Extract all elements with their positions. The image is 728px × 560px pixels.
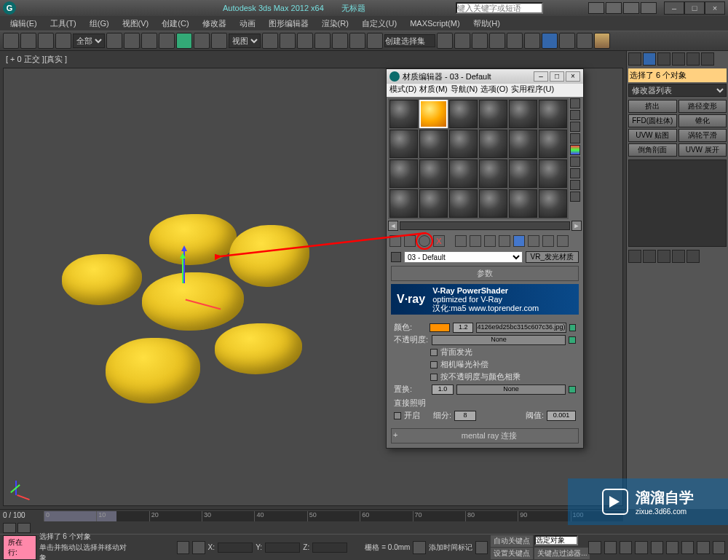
param-backemit-checkbox[interactable] <box>430 349 438 356</box>
select-by-mat-icon[interactable] <box>570 180 580 190</box>
named-selection-input[interactable] <box>384 34 435 47</box>
pick-material-icon[interactable] <box>391 252 401 262</box>
tab-hierarchy-icon[interactable] <box>657 52 670 66</box>
help-search-input[interactable] <box>456 2 543 14</box>
graphite-icon[interactable] <box>489 33 505 49</box>
material-slot[interactable] <box>479 130 507 158</box>
coord-z-input[interactable] <box>312 543 347 553</box>
modifier-uvwmap-button[interactable]: UVW 贴图 <box>628 129 677 142</box>
window-crossing-icon[interactable] <box>159 33 175 49</box>
manip-icon[interactable] <box>280 33 296 49</box>
autokey-button[interactable]: 自动关键点 <box>491 535 533 547</box>
selection-filter-dropdown[interactable]: 全部 <box>73 33 105 48</box>
time-tag-icon[interactable] <box>413 541 425 554</box>
close-button[interactable]: × <box>705 1 725 15</box>
move-icon[interactable] <box>176 33 192 49</box>
snap-toggle-icon[interactable] <box>314 33 331 49</box>
menu-tools[interactable]: 工具(T) <box>44 17 82 31</box>
put-to-scene-icon[interactable] <box>404 235 416 247</box>
material-slot[interactable] <box>449 159 478 188</box>
material-slot[interactable] <box>419 130 448 158</box>
material-slot[interactable] <box>539 159 567 188</box>
timeline-back-icon[interactable] <box>3 523 16 533</box>
play-icon[interactable] <box>620 541 632 554</box>
make-preview-icon[interactable] <box>570 157 580 167</box>
material-slot[interactable] <box>479 100 507 128</box>
backlight-icon[interactable] <box>570 110 580 120</box>
play-prev-icon[interactable] <box>604 541 617 554</box>
keymode-dropdown[interactable] <box>534 535 578 545</box>
param-color-mult-spinner[interactable]: 1.2 <box>453 323 473 333</box>
rollout-mentalray-header[interactable]: + mental ray 连接 <box>391 428 579 443</box>
material-slot[interactable] <box>479 189 507 218</box>
material-name-dropdown[interactable]: 03 - Default <box>404 251 523 263</box>
time-tag-label[interactable]: 添加时间标记 <box>429 543 472 553</box>
play-end-icon[interactable] <box>651 541 663 554</box>
viewport-label[interactable]: [ + 0 正交 ][真实 ] <box>0 51 626 68</box>
material-slot[interactable] <box>449 130 478 158</box>
signin-icon[interactable] <box>606 2 622 14</box>
get-material-icon[interactable] <box>389 235 401 247</box>
mat-map-nav-icon[interactable] <box>570 192 580 202</box>
modifier-stack[interactable] <box>628 159 727 247</box>
material-slot[interactable] <box>389 159 418 188</box>
menu-views[interactable]: 视图(V) <box>116 17 155 31</box>
remove-mod-icon[interactable] <box>672 250 685 263</box>
select-region-icon[interactable] <box>141 33 157 49</box>
material-type-button[interactable]: VR_发光材质 <box>526 251 579 263</box>
spinner-snap-icon[interactable] <box>367 33 383 49</box>
scroll-track[interactable] <box>400 221 570 230</box>
material-slot[interactable] <box>389 130 418 158</box>
script-line-button[interactable]: 所在行: <box>3 535 36 560</box>
material-slot[interactable] <box>419 189 448 218</box>
infocenter-icon[interactable] <box>588 2 604 14</box>
maximize-button[interactable]: □ <box>684 1 705 15</box>
param-displace-mult-spinner[interactable]: 1.0 <box>432 384 454 395</box>
coord-x-input[interactable] <box>218 543 253 553</box>
material-slot-scrollbar[interactable]: ◄ ► <box>388 221 582 231</box>
modifier-chamfer-button[interactable]: 倒角剖面 <box>628 143 677 157</box>
material-editor-window[interactable]: 材质编辑器 - 03 - Default – □ × 模式(D) 材质(M) 导… <box>386 68 584 449</box>
options-icon[interactable] <box>570 168 580 178</box>
setkey-button[interactable]: 设置关键点 <box>491 548 533 559</box>
material-slot[interactable] <box>539 189 567 218</box>
favorites-icon[interactable] <box>623 2 639 14</box>
menu-modifiers[interactable]: 修改器 <box>197 17 232 31</box>
param-displace-map-button[interactable]: None <box>456 384 566 395</box>
modifier-taper-button[interactable]: 锥化 <box>678 114 727 127</box>
lock-icon[interactable] <box>177 541 189 554</box>
render-setup-icon[interactable] <box>559 33 575 49</box>
scene-object[interactable] <box>229 225 309 287</box>
menu-edit[interactable]: 编辑(E) <box>4 17 43 31</box>
menu-maxscript[interactable]: MAXScript(M) <box>404 17 465 29</box>
coord-y-input[interactable] <box>265 543 300 553</box>
scroll-left-icon[interactable]: ◄ <box>388 221 398 231</box>
mat-menu-material[interactable]: 材质(M) <box>419 84 448 97</box>
material-editor-titlebar[interactable]: 材质编辑器 - 03 - Default – □ × <box>387 69 583 84</box>
reset-map-icon[interactable]: X <box>433 235 445 247</box>
viewport-nav-icon[interactable] <box>697 541 709 554</box>
material-slot[interactable] <box>509 130 537 158</box>
go-parent-icon[interactable] <box>542 235 554 247</box>
param-camexp-checkbox[interactable] <box>430 361 438 368</box>
menu-rendering[interactable]: 渲染(R) <box>316 17 355 31</box>
play-next-icon[interactable] <box>635 541 647 554</box>
param-color-map-button[interactable]: 4126e9d25bc315c607c36.jpg) <box>476 323 566 333</box>
mat-minimize-button[interactable]: – <box>534 71 548 82</box>
mat-maximize-button[interactable]: □ <box>550 71 564 82</box>
tab-create-icon[interactable] <box>628 52 641 66</box>
percent-snap-icon[interactable] <box>349 33 365 49</box>
minimize-button[interactable]: – <box>664 1 684 15</box>
menu-graph[interactable]: 图形编辑器 <box>263 17 314 31</box>
assign-to-selection-icon[interactable] <box>419 235 430 247</box>
timeline-config-icon[interactable] <box>17 523 31 533</box>
param-opacity-map-toggle[interactable] <box>569 336 576 344</box>
viewport-nav-icon[interactable] <box>681 541 694 554</box>
param-color-map-toggle[interactable] <box>569 324 576 331</box>
render-icon[interactable] <box>594 33 610 49</box>
align-icon[interactable] <box>454 33 470 49</box>
play-start-icon[interactable] <box>588 541 601 554</box>
help-icon[interactable] <box>641 2 657 14</box>
viewport-nav-icon[interactable] <box>666 541 678 554</box>
scene-object[interactable] <box>149 214 237 265</box>
